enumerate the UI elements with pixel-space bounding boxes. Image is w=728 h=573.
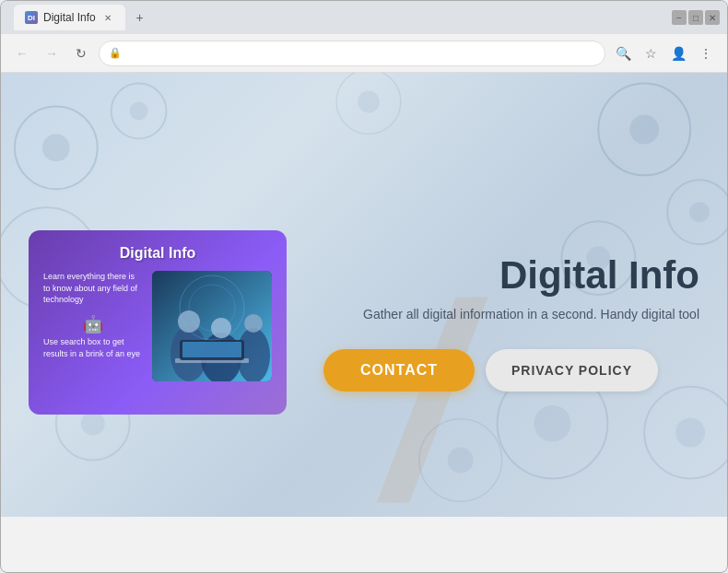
promo-text-2: Use search box to get results in a brink…	[43, 336, 143, 359]
profile-button[interactable]: 👤	[666, 41, 690, 65]
cta-buttons: CONTACT PRIVACY POLICY	[323, 349, 699, 392]
forward-button[interactable]: →	[40, 41, 64, 65]
tab-close-button[interactable]: ✕	[101, 11, 114, 24]
promo-card: Digital Info Learn everything there is t…	[29, 230, 287, 415]
back-button[interactable]: ←	[10, 41, 34, 65]
browser-window: DI Digital Info ✕ + − □ ✕ ← → ↻ 🔒 🔍 ☆ 👤 …	[0, 0, 728, 573]
tab-title: Digital Info	[43, 11, 96, 24]
lock-icon: 🔒	[109, 47, 122, 59]
site-title: Digital Info	[323, 253, 699, 298]
page-content: / Digital Info Learn everything there is…	[1, 73, 727, 572]
svg-point-26	[178, 310, 200, 333]
svg-point-30	[244, 314, 263, 333]
promo-card-title: Digital Info	[43, 245, 272, 262]
menu-button[interactable]: ⋮	[694, 41, 718, 65]
tab-bar: DI Digital Info ✕ +	[14, 5, 668, 30]
promo-image	[152, 271, 272, 381]
close-button[interactable]: ✕	[705, 10, 720, 25]
new-tab-button[interactable]: +	[129, 6, 151, 29]
svg-rect-33	[182, 342, 241, 357]
refresh-button[interactable]: ↻	[69, 41, 93, 65]
promo-text: Learn everything there is to know about …	[43, 271, 143, 381]
promo-card-body: Learn everything there is to know about …	[43, 271, 272, 381]
contact-button[interactable]: CONTACT	[323, 349, 475, 392]
title-bar: DI Digital Info ✕ + − □ ✕	[1, 1, 727, 34]
window-controls: − □ ✕	[672, 10, 720, 25]
maximize-button[interactable]: □	[688, 10, 703, 25]
active-tab[interactable]: DI Digital Info ✕	[14, 5, 125, 30]
site-subtitle: Gather all digital information in a seco…	[323, 307, 699, 322]
promo-illustration	[152, 271, 272, 381]
search-button[interactable]: 🔍	[611, 41, 635, 65]
privacy-policy-button[interactable]: PRIVACY POLICY	[486, 349, 658, 392]
hero-content: Digital Info Learn everything there is t…	[1, 73, 727, 572]
address-bar[interactable]: 🔒	[99, 41, 605, 66]
bookmark-button[interactable]: ☆	[639, 41, 663, 65]
minimize-button[interactable]: −	[672, 10, 687, 25]
nav-right-icons: 🔍 ☆ 👤 ⋮	[611, 41, 718, 65]
tab-favicon: DI	[25, 11, 38, 24]
robot-icon: 🤖	[43, 313, 143, 336]
right-content: Digital Info Gather all digital informat…	[323, 253, 699, 392]
navigation-bar: ← → ↻ 🔒 🔍 ☆ 👤 ⋮	[1, 34, 727, 73]
promo-text-1: Learn everything there is to know about …	[43, 271, 143, 306]
